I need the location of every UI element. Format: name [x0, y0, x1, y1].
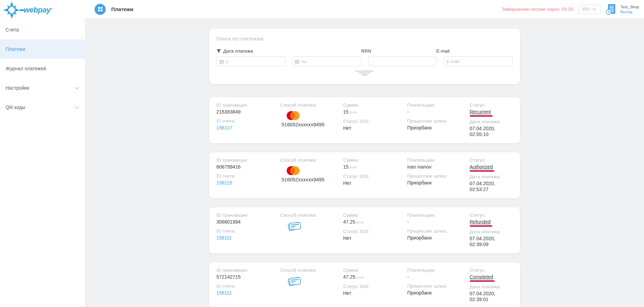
language-value: RU: [583, 7, 590, 12]
payment-date-value: 07.04.2020, 02:39:01: [470, 291, 513, 303]
sidebar-item-3[interactable]: Настройки: [0, 78, 85, 98]
amount-label: Сумма:: [343, 157, 407, 163]
sidebar-item-4[interactable]: QR коды: [0, 98, 85, 117]
account-id-link[interactable]: 156117: [217, 125, 280, 131]
mastercard-icon: [286, 166, 300, 175]
transaction-id-label: ID транзакции:: [217, 157, 280, 163]
currency-code: BYN: [350, 165, 357, 169]
logout-link[interactable]: Выход: [620, 9, 639, 14]
payment-card: ID транзакции: 572142715 ID счета: 15611…: [209, 262, 520, 307]
gateway-value: Приорбанк: [407, 180, 470, 186]
amount-label: Сумма:: [343, 267, 407, 273]
status-value: Authorized: [470, 164, 493, 172]
account-id-link[interactable]: 156111: [217, 290, 280, 296]
status-3ds-value: Нет: [343, 180, 407, 186]
payment-card: ID транзакции: 606799416 ID счета: 15611…: [209, 152, 520, 198]
payment-method-label: Способ платежа:: [280, 212, 343, 218]
status-value: Refunded: [470, 219, 491, 227]
currency-code: BYN: [350, 110, 357, 114]
sidebar-item-label: QR коды: [6, 105, 74, 110]
transaction-id-label: ID транзакции:: [217, 267, 280, 273]
status-label: Статус:: [470, 157, 513, 163]
amount-value: 15BYN: [343, 164, 407, 170]
account-id-link[interactable]: 156111: [217, 235, 280, 241]
date-to-input[interactable]: [292, 56, 361, 66]
status-value: Completed: [470, 274, 493, 282]
sidebar: webpay® Счета Платежи Журнал платежей На…: [0, 0, 85, 307]
apps-grid-button[interactable]: [95, 4, 106, 15]
payment-search-card: Поиск по платежам: Дата платежа RRN E-ma…: [209, 29, 520, 84]
payment-method-label: Способ платежа:: [280, 102, 343, 108]
filter-funnel-icon: [217, 49, 221, 53]
status-3ds-label: Статус 3DS:: [343, 283, 407, 289]
payment-date-label: Дата платежа:: [470, 174, 513, 180]
payer-value: -: [407, 219, 470, 225]
gateway-label: Процессинг шлюз:: [407, 228, 470, 234]
grid-icon: [98, 7, 103, 11]
payment-date-label: Дата платежа:: [470, 229, 513, 235]
status-3ds-value: Нет: [343, 290, 407, 296]
payment-date-label: Дата платежа:: [470, 284, 513, 290]
transaction-id-label: ID транзакции:: [217, 212, 280, 218]
payments-list: ID транзакции: 216383849 ID счета: 15611…: [209, 97, 520, 307]
payer-value: -: [407, 274, 470, 280]
account-id-link[interactable]: 156115: [217, 180, 280, 186]
search-title: Поиск по платежам:: [217, 36, 513, 42]
date-from-input[interactable]: [217, 56, 286, 66]
language-select[interactable]: RU: [578, 4, 601, 14]
payment-date-value: 07.04.2020, 02:53:27: [470, 181, 513, 192]
account-id-label: ID счета:: [217, 118, 280, 124]
sidebar-item-1[interactable]: Платежи: [0, 39, 85, 59]
amount-value: 47.25BYN: [343, 219, 407, 225]
date-filter-label: Дата платежа: [223, 48, 253, 54]
payment-card: ID транзакции: 216383849 ID счета: 15611…: [209, 97, 520, 143]
payment-card: ID транзакции: 306801994 ID счета: 15611…: [209, 207, 520, 253]
gateway-label: Процессинг шлюз:: [407, 118, 470, 124]
gateway-value: Приорбанк: [407, 290, 470, 296]
transaction-id-value: 216383849: [217, 109, 280, 115]
help-document-icon[interactable]: ?: [606, 4, 616, 15]
shop-name: Test_Shop: [620, 4, 639, 9]
sidebar-item-label: Счета: [6, 27, 79, 33]
sidebar-item-label: Платежи: [6, 46, 79, 52]
sidebar-item-0[interactable]: Счета: [0, 20, 85, 39]
amount-value: 15BYN: [343, 109, 407, 115]
amount-label: Сумма:: [343, 102, 407, 108]
gateway-value: Приорбанк: [407, 125, 470, 131]
sidebar-item-label: Настройки: [6, 85, 74, 91]
transaction-id-value: 606799416: [217, 164, 280, 170]
page-title: Платежи: [111, 6, 133, 12]
session-timer: Завершение сессии через: 03:25: [502, 7, 573, 12]
chevron-down-icon: [74, 87, 79, 90]
email-input[interactable]: [443, 56, 513, 66]
chevron-down-icon: [74, 106, 79, 109]
currency-code: BYN: [356, 276, 364, 279]
collapse-filters-handle[interactable]: [355, 71, 374, 75]
transaction-id-value: 306801994: [217, 219, 280, 225]
account-id-label: ID счета:: [217, 283, 280, 289]
mastercard-icon: [286, 111, 300, 120]
payment-method-label: Способ платежа:: [280, 267, 343, 273]
payer-label: Плательщик:: [407, 102, 470, 108]
cards-icon: [286, 276, 302, 286]
account-id-label: ID счета:: [217, 173, 280, 179]
payment-date-value: 07.04.2020, 02:39:09: [470, 236, 513, 247]
status-3ds-value: Нет: [343, 125, 407, 131]
rrn-label: RRN: [361, 48, 436, 54]
webpay-logo[interactable]: webpay®: [0, 0, 85, 20]
rrn-input[interactable]: [368, 56, 436, 66]
payer-label: Плательщик:: [407, 267, 470, 273]
status-3ds-label: Статус 3DS:: [343, 228, 407, 234]
gateway-label: Процессинг шлюз:: [407, 173, 470, 179]
sidebar-nav: Счета Платежи Журнал платежей Настройки …: [0, 20, 85, 117]
payer-label: Плательщик:: [407, 212, 470, 218]
gateway-value: Приорбанк: [407, 235, 470, 241]
sidebar-item-2[interactable]: Журнал платежей: [0, 59, 85, 78]
status-label: Статус:: [470, 102, 513, 108]
email-label: E-mail: [436, 48, 506, 54]
status-value: Recurrent: [470, 109, 491, 117]
amount-value: 47.25BYN: [343, 274, 407, 280]
card-number: 516052xxxxxx9495: [282, 177, 343, 182]
currency-code: BYN: [356, 220, 364, 224]
transaction-id-label: ID транзакции:: [217, 102, 280, 108]
